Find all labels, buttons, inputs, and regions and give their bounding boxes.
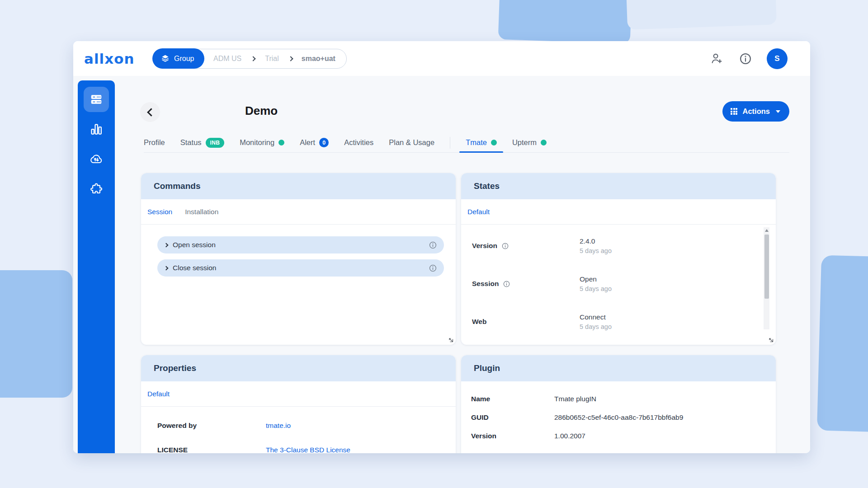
tab-upterm[interactable]: Upterm [512, 133, 547, 152]
content: Demo Actions Profile Status INB [136, 76, 810, 453]
scrollbar-up-arrow[interactable] [765, 229, 769, 232]
chevron-left-icon [147, 108, 155, 116]
sidebar-item-devices[interactable] [84, 87, 109, 112]
tab-profile[interactable]: Profile [144, 133, 165, 152]
tab-alert[interactable]: Alert 0 [300, 133, 329, 152]
states-card: States Default Version 2.4.0 5 d [461, 173, 776, 345]
chevron-right-icon [251, 56, 256, 61]
sidebar-item-monitoring[interactable] [84, 117, 109, 142]
plugin-version-value: 1.00.2007 [554, 432, 585, 440]
tab-activities[interactable]: Activities [344, 133, 373, 152]
topbar: allxon Group ADM US Trial smao+uat [73, 41, 810, 76]
state-session-value: Open [580, 275, 612, 283]
sidebar-item-ota[interactable] [84, 146, 109, 172]
properties-filter-default[interactable]: Default [147, 390, 170, 398]
bg-shape-left [0, 270, 72, 398]
command-close-session[interactable]: Close session [157, 259, 444, 277]
properties-card-title: Properties [154, 363, 196, 373]
online-dot-icon [278, 140, 284, 145]
info-icon[interactable] [503, 280, 510, 288]
device-tabs: Profile Status INB Monitoring Alert 0 [144, 133, 789, 153]
commands-card: Commands Session Installation Open sessi… [141, 173, 456, 345]
plugin-row-name: Name Tmate plugIN [471, 395, 764, 403]
cloud-sync-icon [89, 152, 104, 166]
breadcrumb: Group ADM US Trial smao+uat [153, 49, 347, 69]
property-row-license: LICENSE The 3-Clause BSD License [157, 446, 444, 453]
chevron-down-icon [776, 110, 780, 113]
chevron-right-icon [288, 56, 293, 61]
breadcrumb-item-group[interactable]: Trial [265, 55, 279, 63]
layers-icon [160, 54, 170, 63]
bg-shape-top-light [626, 0, 777, 30]
scrollbar-thumb[interactable] [764, 235, 769, 299]
breadcrumb-item-org[interactable]: ADM US [213, 55, 241, 63]
status-inb-badge: INB [206, 138, 225, 148]
online-dot-icon [491, 140, 497, 145]
actions-button[interactable]: Actions [722, 101, 789, 122]
breadcrumb-item-current[interactable]: smao+uat [302, 55, 335, 63]
tab-plan-usage[interactable]: Plan & Usage [389, 133, 434, 152]
state-row-session: Session Open 5 days ago [472, 275, 776, 292]
plugin-row-version: Version 1.00.2007 [471, 432, 764, 440]
property-row-powered-by: Powered by tmate.io [157, 422, 444, 430]
allxon-logo: allxon [84, 51, 135, 67]
desktop-background: allxon Group ADM US Trial smao+uat [0, 0, 868, 488]
web-connect-link[interactable]: Connect [580, 313, 612, 321]
info-icon[interactable] [429, 264, 437, 272]
devices-icon [90, 93, 103, 106]
scrollbar-track[interactable] [764, 227, 769, 329]
bar-chart-icon [90, 122, 103, 136]
states-card-title: States [474, 181, 500, 191]
info-icon[interactable] [429, 241, 437, 249]
subtab-session[interactable]: Session [147, 208, 172, 216]
breadcrumb-group-label: Group [174, 55, 194, 63]
properties-filter-row: Default [141, 381, 456, 407]
license-link[interactable]: The 3-Clause BSD License [266, 446, 350, 453]
online-dot-icon [541, 140, 547, 145]
sidebar [78, 80, 115, 453]
subtab-installation[interactable]: Installation [185, 208, 218, 216]
state-session-time: 5 days ago [580, 285, 612, 292]
plugin-name-value: Tmate plugIN [554, 395, 596, 403]
resize-grip-icon[interactable] [768, 337, 774, 343]
app-body: Demo Actions Profile Status INB [73, 76, 810, 453]
breadcrumb-group-pill[interactable]: Group [152, 48, 204, 69]
page-title: Demo [245, 104, 278, 118]
plugin-card-title: Plugin [474, 363, 500, 373]
user-avatar[interactable]: S [767, 48, 788, 69]
tmate-io-link[interactable]: tmate.io [266, 422, 291, 430]
bg-shape-top [498, 0, 632, 44]
help-info-button[interactable] [738, 51, 753, 66]
state-version-value: 2.4.0 [580, 237, 612, 245]
states-filter-row: Default [461, 199, 776, 225]
app-window: allxon Group ADM US Trial smao+uat [73, 41, 810, 453]
info-icon [739, 52, 752, 66]
state-version-time: 5 days ago [580, 247, 612, 254]
actions-button-label: Actions [742, 107, 770, 116]
plugin-card: Plugin Name Tmate plugIN GUID 286b0652-c… [461, 355, 776, 453]
tab-status[interactable]: Status INB [180, 133, 224, 152]
state-row-version: Version 2.4.0 5 days ago [472, 237, 776, 254]
commands-card-title: Commands [154, 181, 200, 191]
states-filter-default[interactable]: Default [467, 208, 490, 216]
sidebar-item-plugins[interactable] [84, 176, 109, 202]
grid-icon [731, 108, 738, 115]
state-row-web: Web Connect 5 days ago [472, 313, 776, 330]
tab-monitoring[interactable]: Monitoring [240, 133, 284, 152]
chevron-right-icon [164, 243, 169, 247]
puzzle-icon [90, 182, 103, 196]
chevron-right-icon [164, 266, 169, 270]
invite-user-button[interactable] [709, 51, 724, 66]
bg-shape-right [817, 255, 868, 433]
info-icon[interactable] [501, 242, 509, 250]
command-open-session[interactable]: Open session [157, 236, 444, 253]
tab-tmate[interactable]: Tmate [466, 133, 497, 152]
plugin-guid-value: 286b0652-c5ef-46c0-aa8c-7b617bbf6ab9 [554, 413, 683, 422]
topbar-actions: S [709, 48, 788, 69]
person-add-icon [710, 52, 723, 65]
tab-divider [450, 137, 450, 149]
properties-card: Properties Default Powered by tmate.io L… [141, 355, 456, 453]
commands-subtabs: Session Installation [141, 199, 456, 225]
resize-grip-icon[interactable] [448, 337, 453, 343]
back-button[interactable] [140, 102, 160, 122]
